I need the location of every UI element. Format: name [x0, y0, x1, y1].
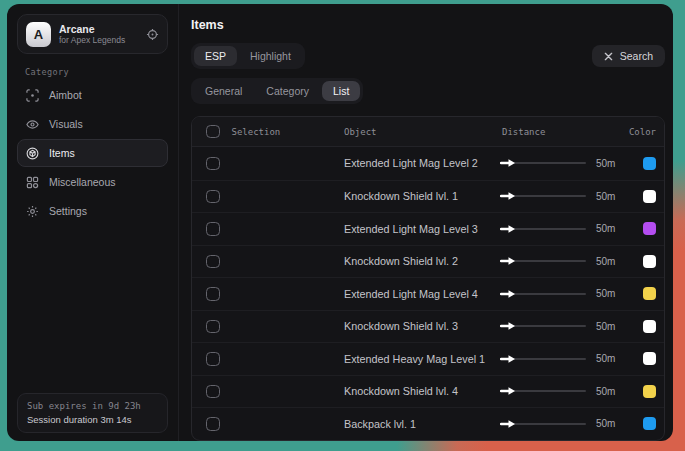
- color-swatch[interactable]: [643, 222, 656, 235]
- slider-thumb-icon[interactable]: [500, 418, 517, 430]
- slider-thumb-icon[interactable]: [500, 223, 517, 235]
- distance-value: 50m: [596, 256, 615, 267]
- items-table: Selection Object Distance Color Extended…: [191, 116, 665, 441]
- search-button[interactable]: Search: [592, 45, 665, 67]
- tab-list[interactable]: List: [322, 81, 360, 101]
- slider-thumb-icon[interactable]: [500, 320, 517, 332]
- distance-value: 50m: [596, 223, 615, 234]
- distance-slider[interactable]: [502, 162, 586, 164]
- row-checkbox[interactable]: [206, 222, 220, 236]
- row-checkbox[interactable]: [206, 255, 220, 269]
- tab-esp[interactable]: ESP: [194, 46, 237, 66]
- distance-slider[interactable]: [502, 358, 586, 360]
- sidebar-item-label: Visuals: [49, 118, 83, 130]
- table-row: Extended Heavy Mag Level 1 50m: [192, 342, 664, 375]
- distance-slider[interactable]: [502, 260, 586, 262]
- color-swatch[interactable]: [643, 287, 656, 300]
- object-name: Extended Light Mag Level 3: [344, 223, 502, 235]
- row-checkbox[interactable]: [206, 287, 220, 301]
- distance-slider[interactable]: [502, 228, 586, 230]
- session-duration-text: Session duration 3m 14s: [27, 413, 158, 426]
- app-logo: A: [26, 22, 51, 47]
- distance-value: 50m: [596, 288, 615, 299]
- object-name: Extended Heavy Mag Level 1: [344, 353, 502, 365]
- row-checkbox[interactable]: [206, 352, 220, 366]
- tab-highlight[interactable]: Highlight: [239, 46, 302, 66]
- table-row: Extended Light Mag Level 4 50m: [192, 277, 664, 310]
- object-name: Knockdown Shield lvl. 1: [344, 190, 502, 202]
- color-swatch[interactable]: [643, 417, 656, 430]
- sidebar-item-visuals[interactable]: Visuals: [17, 110, 168, 138]
- tab-category[interactable]: Category: [255, 81, 320, 101]
- crosshair-icon: [26, 89, 39, 102]
- app-title: Arcane: [59, 23, 138, 35]
- distance-value: 50m: [596, 386, 615, 397]
- desktop-background: A Arcane for Apex Legends Category: [0, 0, 685, 451]
- sidebar-item-miscellaneous[interactable]: Miscellaneous: [17, 168, 168, 196]
- controls-row: ESP Highlight Search: [191, 43, 665, 69]
- color-swatch[interactable]: [643, 352, 656, 365]
- sidebar-item-label: Miscellaneous: [49, 176, 116, 188]
- target-icon[interactable]: [146, 28, 159, 41]
- package-icon: [26, 147, 39, 160]
- table-row: Knockdown Shield lvl. 4 50m: [192, 375, 664, 408]
- app-window: A Arcane for Apex Legends Category: [7, 4, 673, 441]
- sub-expiry-text: Sub expires in 9d 23h: [27, 400, 158, 413]
- x-icon: [604, 52, 613, 61]
- distance-value: 50m: [596, 191, 615, 202]
- distance-slider[interactable]: [502, 325, 586, 327]
- table-row: Extended Light Mag Level 3 50m: [192, 212, 664, 245]
- slider-thumb-icon[interactable]: [500, 190, 517, 202]
- slider-thumb-icon[interactable]: [500, 385, 517, 397]
- sidebar-item-aimbot[interactable]: Aimbot: [17, 81, 168, 109]
- tab-general[interactable]: General: [194, 81, 253, 101]
- mode-segmented-control: ESP Highlight: [191, 43, 305, 69]
- object-name: Knockdown Shield lvl. 3: [344, 320, 502, 332]
- distance-value: 50m: [596, 418, 615, 429]
- sidebar-item-label: Aimbot: [49, 89, 82, 101]
- table-row-partial: [192, 440, 664, 442]
- distance-slider[interactable]: [502, 423, 586, 425]
- row-checkbox[interactable]: [206, 385, 220, 399]
- object-name: Extended Light Mag Level 4: [344, 288, 502, 300]
- distance-value: 50m: [596, 321, 615, 332]
- distance-value: 50m: [596, 353, 615, 364]
- slider-thumb-icon[interactable]: [500, 255, 517, 267]
- column-header-object: Object: [344, 127, 502, 137]
- distance-slider[interactable]: [502, 293, 586, 295]
- object-name: Extended Light Mag Level 2: [344, 157, 502, 169]
- color-swatch[interactable]: [643, 157, 656, 170]
- color-swatch[interactable]: [643, 255, 656, 268]
- color-swatch[interactable]: [643, 190, 656, 203]
- slider-thumb-icon[interactable]: [500, 157, 517, 169]
- slider-thumb-icon[interactable]: [500, 288, 517, 300]
- column-header-distance: Distance: [502, 127, 624, 137]
- sidebar-item-settings[interactable]: Settings: [17, 197, 168, 225]
- table-row: Extended Light Mag Level 2 50m: [192, 147, 664, 180]
- grid-icon: [26, 176, 39, 189]
- row-checkbox[interactable]: [206, 320, 220, 334]
- row-checkbox[interactable]: [206, 157, 220, 171]
- view-segmented-control: General Category List: [191, 78, 363, 104]
- subscription-info-card: Sub expires in 9d 23h Session duration 3…: [17, 393, 168, 433]
- object-name: Knockdown Shield lvl. 2: [344, 255, 502, 267]
- row-checkbox[interactable]: [206, 190, 220, 204]
- table-row: Backpack lvl. 1 50m: [192, 407, 664, 440]
- brand-card: A Arcane for Apex Legends: [17, 14, 168, 54]
- sidebar-item-items[interactable]: Items: [17, 139, 168, 167]
- search-button-label: Search: [620, 50, 653, 62]
- eye-icon: [26, 118, 39, 131]
- distance-slider[interactable]: [502, 390, 586, 392]
- color-swatch[interactable]: [643, 385, 656, 398]
- select-all-checkbox[interactable]: [206, 125, 220, 139]
- distance-value: 50m: [596, 158, 615, 169]
- row-checkbox[interactable]: [206, 417, 220, 431]
- table-row: Knockdown Shield lvl. 2 50m: [192, 245, 664, 278]
- color-swatch[interactable]: [643, 320, 656, 333]
- sidebar: A Arcane for Apex Legends Category: [7, 4, 179, 441]
- distance-slider[interactable]: [502, 195, 586, 197]
- sidebar-item-label: Settings: [49, 205, 87, 217]
- brand-text: Arcane for Apex Legends: [59, 23, 138, 46]
- slider-thumb-icon[interactable]: [500, 353, 517, 365]
- object-name: Knockdown Shield lvl. 4: [344, 385, 502, 397]
